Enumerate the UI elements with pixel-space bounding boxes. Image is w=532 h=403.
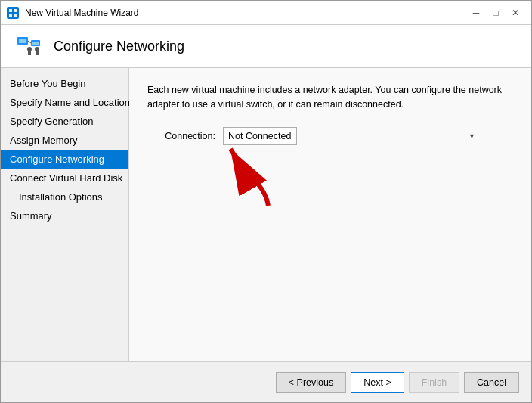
svg-rect-1 (14, 9, 17, 12)
networking-icon (16, 36, 43, 57)
sidebar-item-installation-options[interactable]: Installation Options (1, 188, 128, 206)
sidebar-item-specify-name-location[interactable]: Specify Name and Location (1, 93, 128, 112)
main-content: Before You Begin Specify Name and Locati… (1, 68, 531, 361)
sidebar-item-specify-generation[interactable]: Specify Generation (1, 112, 128, 131)
svg-rect-5 (19, 39, 26, 43)
svg-rect-3 (14, 14, 17, 17)
sidebar-item-assign-memory[interactable]: Assign Memory (1, 131, 128, 150)
finish-button[interactable]: Finish (409, 372, 459, 393)
svg-rect-2 (9, 14, 12, 17)
page-header: Configure Networking (1, 25, 531, 68)
page-title: Configure Networking (54, 39, 184, 54)
next-button[interactable]: Next > (351, 372, 404, 393)
svg-line-8 (28, 41, 31, 43)
close-button[interactable]: ✕ (506, 3, 525, 23)
svg-point-11 (35, 47, 39, 51)
content-area: Each new virtual machine includes a netw… (129, 68, 531, 361)
maximize-button[interactable]: □ (486, 3, 506, 23)
connection-row: Connection: Not Connected (147, 127, 513, 145)
svg-point-9 (27, 47, 32, 51)
connection-select[interactable]: Not Connected (223, 127, 297, 145)
sidebar-item-connect-vhd[interactable]: Connect Virtual Hard Disk (1, 169, 128, 188)
svg-rect-10 (28, 51, 31, 55)
red-arrow-svg (223, 138, 283, 213)
window-controls: ─ □ ✕ (466, 3, 525, 23)
previous-button[interactable]: < Previous (276, 372, 346, 393)
title-bar: New Virtual Machine Wizard ─ □ ✕ (1, 1, 531, 25)
minimize-button[interactable]: ─ (466, 3, 486, 23)
connection-select-wrapper: Not Connected (223, 127, 480, 145)
cancel-button[interactable]: Cancel (464, 372, 519, 393)
sidebar-item-before-you-begin[interactable]: Before You Begin (1, 74, 128, 93)
arrow-indicator (223, 138, 513, 213)
sidebar: Before You Begin Specify Name and Locati… (1, 68, 129, 361)
svg-rect-7 (32, 42, 39, 45)
wizard-footer: < Previous Next > Finish Cancel (1, 361, 531, 402)
svg-rect-0 (9, 9, 12, 12)
svg-rect-12 (36, 51, 39, 55)
window-title: New Virtual Machine Wizard (25, 8, 466, 18)
sidebar-item-configure-networking[interactable]: Configure Networking (1, 150, 128, 169)
connection-label: Connection: (147, 131, 215, 141)
wizard-window: New Virtual Machine Wizard ─ □ ✕ Configu… (0, 0, 532, 403)
content-description: Each new virtual machine includes a netw… (147, 83, 513, 112)
sidebar-item-summary[interactable]: Summary (1, 206, 128, 225)
app-icon (7, 7, 19, 19)
